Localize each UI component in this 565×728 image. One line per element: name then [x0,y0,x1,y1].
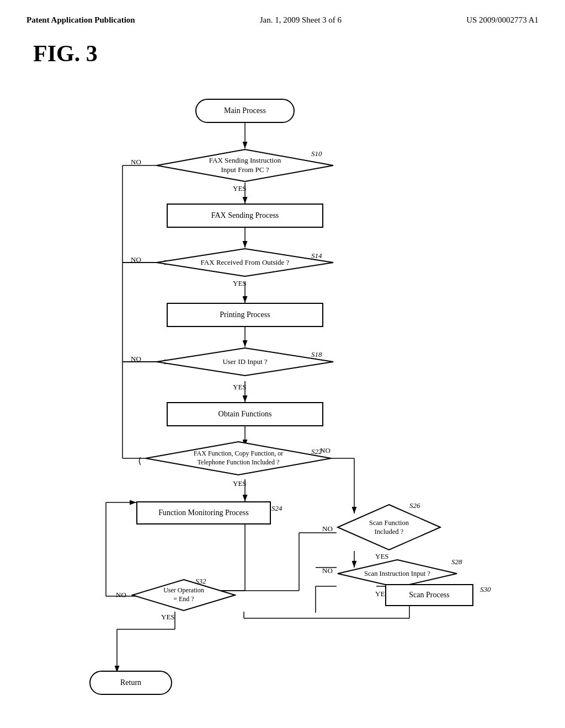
scan-function-node: Scan Function Included ? [337,504,441,551]
s14-no-label: NO [131,255,141,264]
scan-process-node: Scan Process [385,584,473,606]
s10-yes-label: YES [233,184,247,193]
s14-yes-label: YES [233,279,247,288]
s18-yes-label: YES [233,383,247,392]
fax-copy-telephone-node: FAX Function, Copy Function, or Telephon… [145,441,332,476]
main-process-node: Main Process [195,99,295,123]
printing-process-node: Printing Process [167,303,323,327]
obtain-functions-node: Obtain Functions [167,402,323,426]
user-operation-node: User Operation = End ? [131,579,236,612]
bracket-symbol: ⟨ [138,456,141,466]
s10-no-label: NO [131,158,141,167]
header-right: US 2009/0002773 A1 [466,15,539,25]
s22-no-label: NO [320,446,331,455]
fax-sending-process-node: FAX Sending Process [167,204,323,228]
s32-no-label: NO [116,591,126,599]
step-s24: S24 [271,504,282,513]
header-left: Patent Application Publication [26,15,135,25]
s26-no-label: NO [322,524,333,533]
flowchart: Main Process S10 FAX Sending Instruction… [34,83,531,701]
user-id-input-node: User ID Input ? [156,347,334,377]
figure-label: FIG. 3 [33,40,565,67]
s28-no-label: NO [322,566,333,575]
function-monitoring-node: Function Monitoring Process [136,501,271,524]
step-s30: S30 [480,585,491,594]
s22-yes-label: YES [233,479,247,488]
fax-sending-instruction-node: FAX Sending Instruction Input From PC ? [156,148,334,183]
page-header: Patent Application Publication Jan. 1, 2… [0,0,565,30]
s18-no-label: NO [131,355,141,363]
fax-received-node: FAX Received From Outside ? [156,248,334,277]
header-center: Jan. 1, 2009 Sheet 3 of 6 [260,15,342,25]
return-node: Return [89,671,172,695]
s32-yes-label: YES [161,613,175,622]
